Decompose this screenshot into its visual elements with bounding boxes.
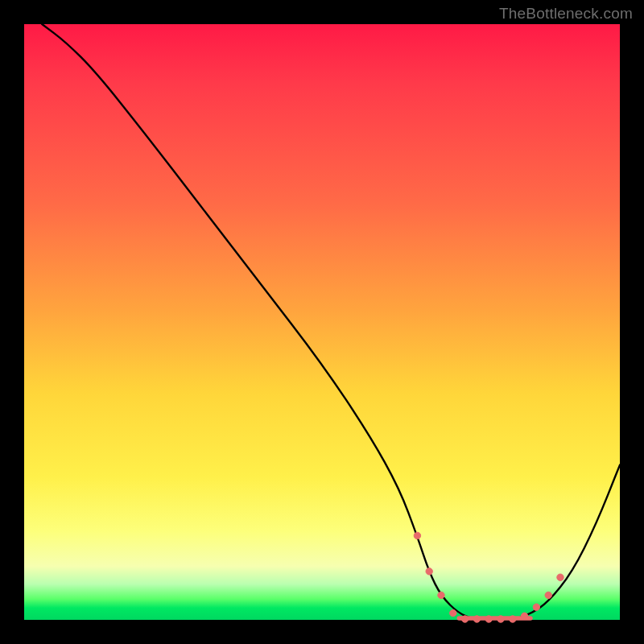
curve-marker (557, 574, 564, 580)
watermark-text: TheBottleneck.com (499, 5, 633, 23)
plot-area (24, 24, 620, 620)
curve-marker (497, 616, 504, 622)
curve-marker (414, 532, 420, 539)
curve-marker (485, 616, 492, 622)
curve-markers (414, 532, 564, 622)
curve-marker (533, 604, 539, 610)
curve-layer (24, 24, 620, 620)
curve-marker (510, 616, 516, 622)
curve-marker (438, 592, 444, 598)
curve-marker (426, 568, 432, 575)
bottleneck-curve (42, 24, 620, 620)
curve-marker (461, 616, 468, 622)
curve-marker (521, 613, 527, 619)
curve-marker (450, 609, 456, 616)
chart-frame: TheBottleneck.com (0, 0, 644, 644)
curve-marker (545, 592, 551, 598)
curve-marker (473, 616, 480, 622)
